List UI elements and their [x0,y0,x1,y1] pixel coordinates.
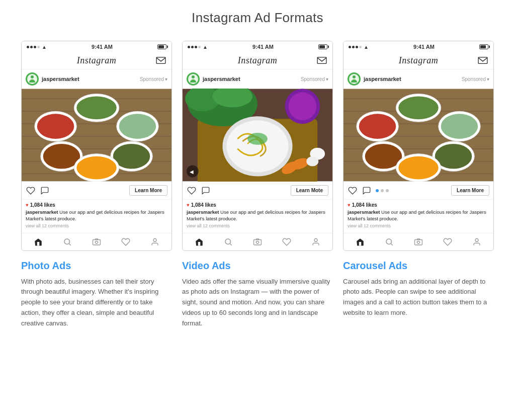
svg-rect-49 [254,239,262,245]
likes-count-video: 1,084 likes [187,202,328,208]
svg-point-66 [359,114,396,139]
app-header: Instagram [22,52,171,69]
dot1 [27,46,29,48]
svg-rect-28 [317,57,326,63]
status-right-carousel [479,44,488,49]
search-nav-icon[interactable] [62,237,72,247]
svg-point-74 [398,156,438,180]
dot1v [188,46,190,48]
status-time-carousel: 9:41 AM [413,44,435,50]
view-comments-carousel[interactable]: view all 12 comments [348,223,489,228]
profile-nav-icon-v[interactable] [311,237,321,247]
post-user-video: jaspersmarket [187,72,240,86]
inbox-icon-video[interactable] [316,57,327,65]
action-left-carousel [348,186,389,196]
sponsored-label: Sponsored ▾ [140,76,167,82]
signal-dots-carousel [349,46,362,48]
comment-icon[interactable] [40,186,50,196]
wifi-icon-video: ▲ [203,44,208,50]
profile-nav-icon[interactable] [150,237,160,247]
card-desc-carousel: Carousel ads bring an additional layer o… [343,277,494,318]
svg-line-48 [230,243,231,245]
carousel-dots [376,189,389,192]
camera-nav-icon-c[interactable] [413,237,423,247]
heart-icon-video[interactable] [187,186,197,196]
camera-nav-icon[interactable] [92,237,102,247]
svg-point-26 [95,241,98,243]
dot3 [34,46,36,48]
learn-more-button[interactable]: Learn More [129,185,167,196]
caption-carousel: jaspersmarket Use our app and get delici… [348,209,489,222]
bottom-nav [22,233,171,250]
status-bar-carousel: ▲ 9:41 AM [344,41,493,52]
home-nav-icon-v[interactable] [194,237,204,247]
view-comments[interactable]: view all 12 comments [26,223,167,228]
profile-nav-icon-c[interactable] [472,237,482,247]
bottom-nav-carousel [344,233,493,250]
learn-more-button-video[interactable]: Learn Mote [291,185,328,196]
svg-point-37 [289,93,317,121]
avatar-video [187,72,200,86]
card-desc-video: Video ads offer the same visually immers… [182,277,333,329]
username: jaspersmarket [42,76,79,82]
svg-rect-77 [415,239,422,245]
comment-icon-carousel[interactable] [362,186,372,196]
card-carousel: ▲ 9:41 AM Instagram [343,41,494,329]
action-left [26,186,50,196]
svg-point-30 [192,75,195,78]
likes-count-carousel: 1,084 likes [348,202,489,208]
comment-icon-video[interactable] [201,186,211,196]
svg-point-22 [76,156,116,180]
learn-more-button-carousel[interactable]: Learn More [451,185,489,196]
inbox-icon-carousel[interactable] [477,57,488,65]
view-comments-video[interactable]: view all 12 comments [187,223,328,228]
svg-line-76 [391,243,392,245]
search-nav-icon-v[interactable] [223,237,233,247]
carousel-dot-2 [381,189,384,192]
battery-icon-carousel [479,44,488,49]
post-image-pasta: ◀ [183,89,332,182]
phone-mockup-photo: ▲ 9:41 AM Instagram [21,41,172,251]
cards-container: ▲ 9:41 AM Instagram [11,41,504,329]
avatar [26,72,39,86]
dot1c [349,46,351,48]
svg-point-50 [256,241,259,243]
heart-nav-icon-c[interactable] [443,237,453,247]
status-bar: ▲ 9:41 AM [22,41,171,52]
status-time-video: 9:41 AM [252,44,274,50]
heart-icon-carousel[interactable] [348,186,358,196]
signal-dots-video [188,46,201,48]
post-content: 1,084 likes jaspersmarket Use our app an… [22,200,171,233]
svg-point-79 [475,238,478,241]
svg-rect-25 [93,239,101,245]
post-actions: Learn More [22,182,171,200]
app-header-video: Instagram [183,52,332,69]
dot3c [356,46,358,48]
status-right [157,44,166,49]
post-header-video: jaspersmarket Sponsored ▾ [183,69,332,89]
heart-nav-icon-v[interactable] [282,237,292,247]
page-title: Instagram Ad Formats [10,10,505,26]
heart-icon[interactable] [26,186,36,196]
svg-point-68 [441,114,478,139]
heart-nav-icon[interactable] [121,237,131,247]
post-user: jaspersmarket [26,72,79,86]
svg-point-78 [417,241,419,243]
svg-point-27 [153,238,156,241]
inbox-icon[interactable] [155,57,166,65]
battery-icon-video [318,44,327,49]
likes-count: 1,084 likes [26,202,167,208]
search-nav-icon-c[interactable] [384,237,394,247]
status-left: ▲ [27,44,47,50]
svg-point-23 [64,239,70,244]
username-video: jaspersmarket [203,76,240,82]
post-image-carousel [344,89,493,182]
home-nav-icon-c[interactable] [355,237,365,247]
card-title-video: Video Ads [182,260,333,272]
app-title-video: Instagram [238,55,278,66]
phone-mockup-carousel: ▲ 9:41 AM Instagram [343,41,494,251]
post-content-carousel: 1,084 likes jaspersmarket Use our app an… [344,200,493,233]
camera-nav-icon-v[interactable] [252,237,263,247]
home-nav-icon[interactable] [33,237,43,247]
card-title-photo: Photo Ads [21,260,172,272]
